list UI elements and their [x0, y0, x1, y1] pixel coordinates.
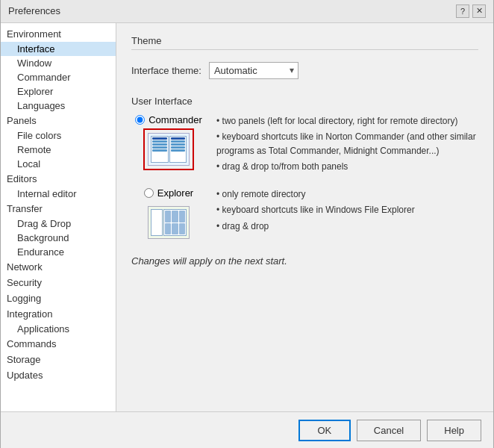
commander-radio[interactable]	[135, 115, 145, 125]
sidebar-item-applications[interactable]: Applications	[1, 322, 116, 336]
commander-right-panel	[169, 136, 187, 163]
sidebar-item-commander[interactable]: Commander	[1, 70, 116, 84]
dialog-body: Environment Interface Window Commander E…	[1, 23, 493, 411]
explorer-desc: only remote directory keyboard shortcuts…	[216, 187, 478, 235]
sidebar-item-interface[interactable]: Interface	[1, 42, 116, 56]
explorer-desc-item-3: drag & drop	[216, 220, 478, 234]
ok-button[interactable]: OK	[298, 420, 351, 441]
sidebar-section-network: Network	[1, 259, 116, 275]
title-bar: Preferences ? ✕	[1, 0, 493, 23]
sidebar-section-logging: Logging	[1, 290, 116, 306]
theme-row: Interface theme: Automatic Light Dark Sy…	[131, 57, 478, 84]
commander-desc-item-2: keyboard shortcuts like in Norton Comman…	[216, 130, 478, 158]
explorer-panel	[151, 209, 187, 236]
sidebar-item-drag-drop[interactable]: Drag & Drop	[1, 217, 116, 231]
explorer-desc-item-1: only remote directory	[216, 187, 478, 202]
sidebar-section-security: Security	[1, 275, 116, 290]
commander-option: Commander	[131, 114, 478, 176]
commander-option-left: Commander	[131, 114, 206, 170]
explorer-option-left: Explorer	[131, 187, 206, 243]
theme-select-wrapper[interactable]: Automatic Light Dark System	[209, 62, 298, 79]
commander-desc-item-1: two panels (left for local directory, ri…	[216, 114, 478, 128]
cancel-button[interactable]: Cancel	[357, 420, 421, 441]
commander-desc-item-3: drag & drop to/from both panels	[216, 160, 478, 174]
sidebar-item-local[interactable]: Local	[1, 157, 116, 171]
explorer-tree	[151, 209, 163, 236]
sidebar-section-editors: Editors	[1, 171, 116, 187]
sidebar-item-file-colors[interactable]: File colors	[1, 128, 116, 143]
sidebar: Environment Interface Window Commander E…	[1, 23, 116, 411]
sidebar-section-panels: Panels	[1, 113, 116, 128]
user-interface-section: User Interface Commander	[131, 96, 478, 267]
sidebar-item-internal-editor[interactable]: Internal editor	[1, 187, 116, 201]
sidebar-item-languages[interactable]: Languages	[1, 99, 116, 113]
sidebar-section-environment: Environment	[1, 26, 116, 42]
commander-option-box	[143, 128, 194, 170]
sidebar-section-integration: Integration	[1, 306, 116, 322]
commander-icon	[148, 133, 190, 166]
sidebar-item-remote[interactable]: Remote	[1, 143, 116, 157]
explorer-desc-item-2: keyboard shortcuts like in Windows File …	[216, 203, 478, 217]
sidebar-section-transfer: Transfer	[1, 201, 116, 217]
explorer-files	[163, 209, 187, 236]
title-controls: ? ✕	[456, 4, 486, 18]
explorer-radio[interactable]	[144, 188, 154, 198]
ui-section-title: User Interface	[131, 96, 478, 107]
sidebar-item-endurance[interactable]: Endurance	[1, 245, 116, 259]
commander-radio-label[interactable]: Commander	[135, 114, 202, 125]
theme-label: Interface theme:	[131, 65, 201, 76]
dialog-footer: OK Cancel Help	[1, 411, 493, 449]
sidebar-section-commands: Commands	[1, 336, 116, 352]
commander-desc: two panels (left for local directory, ri…	[216, 114, 478, 176]
explorer-radio-label[interactable]: Explorer	[144, 187, 193, 199]
preferences-dialog: Preferences ? ✕ Environment Interface Wi…	[0, 0, 494, 448]
explorer-option: Explorer	[131, 187, 478, 243]
theme-select[interactable]: Automatic Light Dark System	[209, 62, 298, 79]
dialog-title: Preferences	[8, 5, 60, 16]
sidebar-section-storage: Storage	[1, 352, 116, 367]
sidebar-item-background[interactable]: Background	[1, 231, 116, 245]
explorer-option-box	[143, 202, 194, 243]
close-button[interactable]: ✕	[472, 4, 486, 18]
commander-label-text: Commander	[148, 114, 202, 125]
help-button[interactable]: ?	[456, 4, 469, 18]
commander-left-panel	[151, 136, 169, 163]
explorer-label-text: Explorer	[157, 187, 193, 199]
explorer-icon	[148, 206, 190, 239]
main-content: Theme Interface theme: Automatic Light D…	[116, 23, 493, 411]
sidebar-section-updates: Updates	[1, 367, 116, 383]
help-footer-button[interactable]: Help	[427, 420, 481, 441]
sidebar-item-window[interactable]: Window	[1, 56, 116, 70]
changes-note: Changes will apply on the next start.	[131, 255, 478, 267]
sidebar-item-explorer[interactable]: Explorer	[1, 84, 116, 99]
theme-section-title: Theme	[131, 35, 478, 50]
